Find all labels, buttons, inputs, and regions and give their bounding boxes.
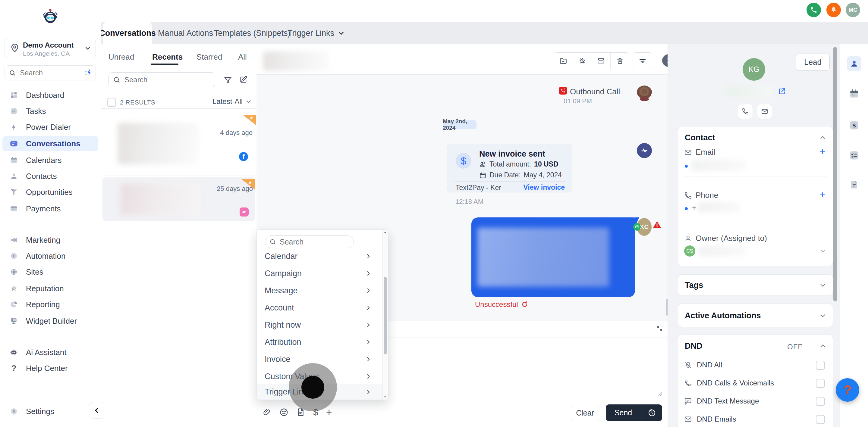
message-status[interactable]: Unsuccessful: [475, 300, 528, 309]
quick-call-button[interactable]: [807, 3, 821, 17]
dnd-text-checkbox[interactable]: [816, 397, 825, 406]
rail-tasks-tab[interactable]: [847, 148, 861, 163]
dropdown-search[interactable]: [265, 235, 353, 248]
move-to-folder-button[interactable]: [554, 53, 573, 69]
attach-paperclip-icon[interactable]: [262, 408, 272, 417]
tab-templates-snippets[interactable]: Templates (Snippets): [214, 22, 290, 44]
tab-trigger-links[interactable]: Trigger Links: [287, 22, 344, 44]
sidebar-search[interactable]: [4, 65, 96, 80]
clear-button[interactable]: Clear: [571, 405, 599, 421]
dnd-calls-checkbox[interactable]: [816, 379, 825, 388]
dropdown-item-calendar[interactable]: Calendar: [257, 249, 383, 264]
list-search[interactable]: [108, 72, 215, 87]
tab-conversations[interactable]: Conversations: [103, 22, 152, 44]
dropdown-scrollbar[interactable]: [382, 230, 388, 400]
calendar-icon: [479, 172, 487, 179]
select-all-checkbox[interactable]: [107, 98, 116, 107]
help-floating-button[interactable]: ?: [836, 378, 859, 402]
call-contact-button[interactable]: [738, 104, 753, 119]
send-button[interactable]: Send: [606, 404, 641, 421]
dnd-emails-checkbox[interactable]: [816, 415, 825, 424]
add-email-button[interactable]: +: [819, 146, 826, 158]
sidebar-item-reporting[interactable]: Reporting: [2, 297, 98, 312]
sidebar-item-dashboard[interactable]: Dashboard: [2, 88, 98, 103]
sidebar-item-sites[interactable]: Sites: [2, 264, 98, 280]
list-tab-recents[interactable]: Recents: [152, 53, 183, 62]
rail-payments-tab[interactable]: $: [847, 118, 861, 132]
tab-manual-actions[interactable]: Manual Actions: [158, 22, 213, 44]
settings-gear-icon: [7, 407, 21, 416]
delete-conversation-button[interactable]: [611, 53, 629, 69]
list-search-input[interactable]: [124, 75, 204, 84]
chat-filter-button[interactable]: [632, 53, 652, 69]
sidebar-item-reputation[interactable]: Reputation: [2, 281, 98, 296]
sidebar-item-settings[interactable]: Settings: [2, 404, 98, 419]
dropdown-item-campaign[interactable]: Campaign: [257, 266, 383, 281]
phone-prefix: +: [692, 203, 696, 212]
compose-icon[interactable]: [239, 75, 248, 84]
emoji-icon[interactable]: [279, 408, 288, 417]
user-avatar[interactable]: MC: [846, 3, 860, 17]
sidebar-item-conversations[interactable]: Conversations: [2, 136, 98, 151]
tasks-icon: [7, 107, 21, 115]
dropdown-item-message[interactable]: Message: [257, 283, 383, 298]
rail-appointments-tab[interactable]: [847, 87, 861, 101]
scroll-up-arrow[interactable]: [384, 231, 387, 234]
sort-dropdown[interactable]: Latest-All: [213, 97, 252, 106]
collapse-composer-icon[interactable]: [656, 325, 663, 332]
sidebar-item-help-center[interactable]: ? Help Center: [2, 361, 98, 376]
filter-funnel-icon[interactable]: [224, 75, 232, 84]
dropdown-item-attribution[interactable]: Attribution: [257, 334, 383, 350]
dnd-all-checkbox[interactable]: [816, 361, 825, 370]
notifications-button[interactable]: [827, 3, 841, 17]
add-more-icon[interactable]: +: [326, 406, 332, 418]
call-event-icon: [559, 87, 567, 95]
owner-select-chevron-icon[interactable]: [819, 248, 826, 254]
open-contact-icon[interactable]: [778, 87, 786, 95]
schedule-send-button[interactable]: [641, 404, 662, 421]
account-switcher[interactable]: Demo Account Los Angeles, CA: [4, 38, 96, 58]
dropdown-search-input[interactable]: [279, 237, 341, 247]
chevron-down-icon: [819, 312, 826, 319]
rail-notes-tab[interactable]: [847, 177, 861, 192]
sidebar-search-input[interactable]: [19, 68, 75, 77]
sidebar-item-payments[interactable]: Payments: [2, 201, 98, 216]
unstar-button[interactable]: [573, 53, 592, 69]
add-phone-button[interactable]: +: [819, 189, 826, 201]
mark-unread-button[interactable]: [592, 53, 611, 69]
send-error-warning-icon[interactable]: [653, 221, 661, 229]
conversation-item[interactable]: ★ 4 days ago f: [101, 109, 256, 176]
sidebar-item-tasks[interactable]: Tasks: [2, 104, 98, 119]
resize-handle-icon[interactable]: [657, 391, 663, 396]
sidebar-item-calendars[interactable]: Calendars: [2, 153, 98, 168]
list-tab-all[interactable]: All: [238, 53, 247, 62]
chevron-up-icon[interactable]: [819, 134, 826, 141]
sidebar-item-power-dialer[interactable]: Power Dialer: [2, 120, 98, 135]
list-tab-unread[interactable]: Unread: [108, 53, 134, 62]
view-invoice-link[interactable]: View invoice: [523, 184, 565, 192]
rail-contact-tab[interactable]: [847, 56, 861, 71]
sidebar-item-automation[interactable]: Automation: [2, 249, 98, 263]
dropdown-item-account[interactable]: Account: [257, 300, 383, 315]
list-tab-starred[interactable]: Starred: [196, 53, 222, 62]
money-icon: [479, 161, 487, 168]
sidebar-collapse-button[interactable]: [89, 402, 105, 419]
sidebar-item-ai-assistant[interactable]: Ai Assistant: [2, 345, 98, 360]
email-contact-button[interactable]: [757, 104, 772, 119]
phone-value-redacted[interactable]: [698, 202, 740, 212]
panel-scrollbar[interactable]: [833, 47, 837, 301]
tags-card[interactable]: Tags: [678, 274, 833, 295]
lead-type-button[interactable]: Lead: [796, 54, 830, 71]
conversation-item[interactable]: ★ 25 days ago: [102, 177, 255, 221]
sidebar-item-opportunities[interactable]: Opportunities: [2, 185, 98, 200]
active-automations-card[interactable]: Active Automations: [678, 303, 833, 327]
dropdown-item-right-now[interactable]: Right now: [257, 318, 383, 332]
sidebar-item-widget-builder[interactable]: Widget Builder: [2, 314, 98, 329]
email-value-redacted[interactable]: [691, 160, 746, 171]
sidebar-item-contacts[interactable]: Contacts: [2, 169, 98, 184]
scroll-thumb[interactable]: [384, 277, 387, 354]
retry-icon[interactable]: [521, 301, 528, 308]
scroll-down-arrow[interactable]: [384, 395, 387, 398]
chevron-up-icon[interactable]: [819, 343, 826, 349]
sidebar-item-marketing[interactable]: Marketing: [2, 232, 98, 248]
